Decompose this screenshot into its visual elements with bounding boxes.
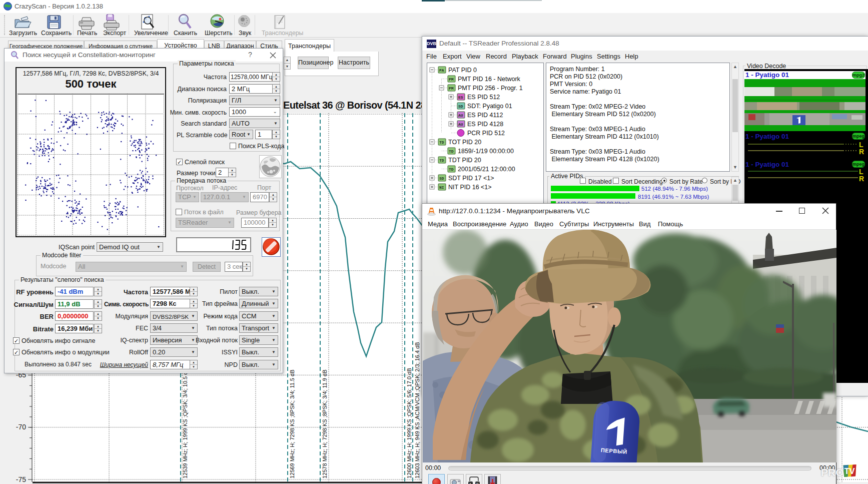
svg-text:AU: AU xyxy=(458,113,463,118)
svg-text:ES: ES xyxy=(458,95,463,100)
svg-text:TV: TV xyxy=(844,466,855,475)
svg-text:SD: SD xyxy=(458,104,463,109)
svg-text:SDT PID 17 <1>: SDT PID 17 <1> xyxy=(448,175,494,182)
svg-text:PMT PID 256 - Progr. 1: PMT PID 256 - Progr. 1 xyxy=(458,85,523,92)
svg-text:NIT PID 16 <1>: NIT PID 16 <1> xyxy=(448,184,492,191)
svg-text:AU: AU xyxy=(458,122,463,127)
svg-text:2001/05/21 12:00:00: 2001/05/21 12:00:00 xyxy=(458,166,515,173)
svg-text:R: R xyxy=(859,148,864,156)
svg-text:R: R xyxy=(859,175,864,183)
svg-text:ES PID 4112: ES PID 4112 xyxy=(467,112,503,119)
svg-text:ES PID 4128: ES PID 4128 xyxy=(467,121,503,128)
svg-text:PCR PID 512: PCR PID 512 xyxy=(467,130,505,137)
svg-text:TOT PID 20: TOT PID 20 xyxy=(448,139,481,146)
svg-text:PMT PID 16 - Network: PMT PID 16 - Network xyxy=(458,76,521,83)
svg-text:SD: SD xyxy=(439,176,444,181)
svg-text:SDT: Pyatigo 01: SDT: Pyatigo 01 xyxy=(467,103,512,110)
svg-text:TD: TD xyxy=(449,167,454,172)
svg-text:PAT PID 0: PAT PID 0 xyxy=(448,67,477,74)
svg-text:NI: NI xyxy=(439,185,444,190)
svg-text:PM: PM xyxy=(449,86,454,91)
svg-text:TD: TD xyxy=(439,158,444,163)
svg-text:TD: TD xyxy=(449,149,454,154)
svg-text:ES PID 512: ES PID 512 xyxy=(467,94,500,101)
svg-text:1859/-1/19 00:00:00: 1859/-1/19 00:00:00 xyxy=(458,148,514,155)
svg-text:PA: PA xyxy=(439,68,444,73)
svg-text:TD: TD xyxy=(439,140,444,145)
svg-text:PM: PM xyxy=(449,77,454,82)
svg-text:TDT PID 20: TDT PID 20 xyxy=(448,157,481,164)
